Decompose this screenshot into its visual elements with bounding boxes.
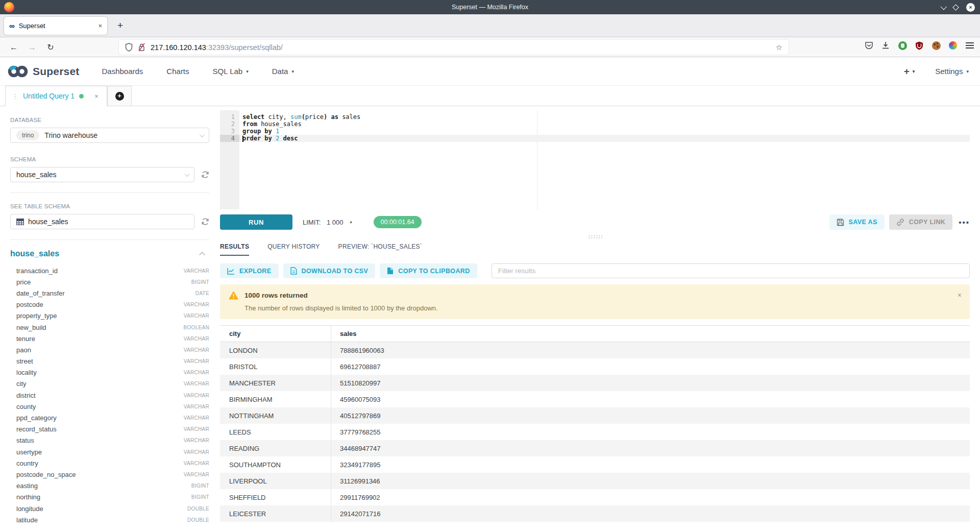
window-close-icon[interactable]: ×	[966, 3, 975, 12]
save-as-button[interactable]: SAVE AS	[829, 214, 885, 230]
table-schema-title[interactable]: house_sales	[10, 249, 59, 258]
forward-button[interactable]: →	[26, 41, 39, 54]
column-name: locality	[16, 369, 37, 376]
run-button[interactable]: RUN	[220, 214, 292, 230]
superset-brand[interactable]: Superset	[7, 64, 79, 79]
schema-column-row[interactable]: locality VARCHAR	[10, 367, 209, 378]
table-row[interactable]: LONDON 788861960063	[220, 342, 970, 358]
new-tab-button[interactable]: +	[117, 20, 123, 31]
collapse-chevron-up-icon[interactable]	[199, 252, 205, 257]
table-row[interactable]: LEEDS 37779768255	[220, 424, 970, 440]
more-actions-button[interactable]: •••	[959, 218, 970, 227]
schema-column-row[interactable]: usertype VARCHAR	[10, 446, 209, 457]
schema-column-row[interactable]: postcode_no_space VARCHAR	[10, 469, 209, 480]
copy-to-clipboard-button[interactable]: COPY TO CLIPBOARD	[380, 263, 477, 278]
schema-column-row[interactable]: easting BIGINT	[10, 480, 209, 492]
new-query-tab-button[interactable]: +	[107, 86, 132, 106]
cell-city: BRISTOL	[220, 358, 331, 375]
editor-code[interactable]: select city, sum(price) as salesfrom hou…	[239, 110, 970, 142]
schema-column-row[interactable]: county VARCHAR	[10, 401, 209, 412]
schema-column-row[interactable]: new_build BOOLEAN	[10, 322, 209, 333]
refresh-table-icon[interactable]	[201, 217, 209, 226]
database-select[interactable]: trino Trino warehouse	[10, 128, 209, 143]
schema-column-row[interactable]: property_type VARCHAR	[10, 310, 209, 322]
alert-close-icon[interactable]: ×	[958, 291, 962, 299]
limit-dropdown[interactable]: LIMIT: 1 000 ▾	[303, 219, 352, 226]
results-table: city sales LONDON 788861960063 BRISTOL 6…	[220, 325, 970, 522]
table-row[interactable]: BRISTOL 69612708887	[220, 358, 970, 375]
shield-permissions-icon[interactable]	[125, 43, 133, 52]
cell-city: SOUTHAMPTON	[220, 456, 331, 473]
sql-editor[interactable]: 1234 select city, sum(price) as salesfro…	[220, 110, 970, 209]
query-tab-close-icon[interactable]: ×	[94, 92, 99, 100]
navbar-item-dashboards[interactable]: Dashboards	[102, 67, 143, 76]
table-row[interactable]: LEICESTER 29142071716	[220, 505, 970, 522]
pane-resize-handle[interactable]	[220, 232, 970, 243]
navbar-item-sql-lab[interactable]: SQL Lab ▾	[213, 67, 249, 76]
results-tab-query-history[interactable]: QUERY HISTORY	[267, 243, 320, 256]
schema-column-row[interactable]: postcode VARCHAR	[10, 299, 209, 310]
drag-handle-icon[interactable]: ⋮	[12, 92, 18, 100]
query-tab-active[interactable]: ⋮ Untitled Query 1 ×	[5, 86, 107, 106]
table-row[interactable]: LIVERPOOL 31126991346	[220, 473, 970, 489]
table-row[interactable]: SHEFFIELD 29911769902	[220, 489, 970, 505]
reload-button[interactable]: ↻	[44, 41, 57, 54]
navbar-item-label: SQL Lab	[213, 67, 243, 76]
schema-column-row[interactable]: ppd_category VARCHAR	[10, 412, 209, 423]
new-item-button[interactable]: + ▾	[904, 66, 915, 77]
schema-column-row[interactable]: street VARCHAR	[10, 356, 209, 367]
cell-sales: 31126991346	[331, 477, 380, 485]
table-row[interactable]: BIRMINGHAM 45960075093	[220, 391, 970, 407]
schema-column-row[interactable]: latitude DOUBLE	[10, 514, 209, 525]
table-row[interactable]: SOUTHAMPTON 32349177895	[220, 456, 970, 473]
schema-label: SCHEMA	[10, 156, 209, 162]
tab-close-icon[interactable]: ×	[98, 22, 102, 30]
schema-column-row[interactable]: northing BIGINT	[10, 492, 209, 503]
table-row[interactable]: NOTTINGHAM 40512797869	[220, 407, 970, 424]
table-row[interactable]: READING 34468947747	[220, 440, 970, 456]
schema-column-row[interactable]: transaction_id VARCHAR	[10, 265, 209, 276]
cookie-extension-icon[interactable]	[931, 40, 941, 51]
table-row[interactable]: MANCHESTER 51510820997	[220, 375, 970, 391]
back-button[interactable]: ←	[7, 41, 20, 54]
browser-tab[interactable]: ∞ Superset ×	[4, 17, 107, 35]
column-header-sales[interactable]: sales	[331, 330, 357, 337]
downloads-icon[interactable]	[880, 40, 891, 51]
column-name: longitude	[16, 505, 43, 513]
schema-column-row[interactable]: paon VARCHAR	[10, 344, 209, 355]
navbar-menu: Dashboards Charts SQL Lab ▾ Data ▾	[102, 67, 293, 76]
green-extension-icon[interactable]	[897, 40, 908, 51]
schema-column-row[interactable]: status VARCHAR	[10, 435, 209, 446]
window-minimize-icon[interactable]	[941, 3, 947, 10]
settings-menu[interactable]: Settings ▾	[935, 67, 969, 76]
download-to-csv-button[interactable]: DOWNLOAD TO CSV	[283, 263, 376, 278]
window-maximize-icon[interactable]	[952, 4, 959, 11]
schema-column-row[interactable]: district VARCHAR	[10, 390, 209, 401]
bookmark-star-icon[interactable]: ☆	[776, 43, 782, 52]
lock-insecure-icon[interactable]	[138, 43, 145, 52]
schema-column-row[interactable]: city VARCHAR	[10, 378, 209, 390]
refresh-schema-icon[interactable]	[201, 171, 209, 179]
pocket-icon[interactable]	[864, 40, 874, 51]
schema-column-row[interactable]: price BIGINT	[10, 276, 209, 287]
results-table-header[interactable]: city sales	[220, 326, 970, 342]
results-tab-results[interactable]: RESULTS	[220, 243, 249, 256]
ublock-origin-icon[interactable]	[914, 40, 924, 51]
schema-column-row[interactable]: country VARCHAR	[10, 457, 209, 469]
schema-column-row[interactable]: tenure VARCHAR	[10, 333, 209, 344]
menu-icon[interactable]	[965, 40, 975, 51]
table-select[interactable]: house_sales	[10, 214, 194, 229]
copy-link-button[interactable]: COPY LINK	[889, 214, 952, 230]
schema-column-row[interactable]: date_of_transfer DATE	[10, 287, 209, 299]
url-bar[interactable]: 217.160.120.143:32393/superset/sqllab/ ☆	[119, 40, 789, 55]
results-tab-preview[interactable]: PREVIEW: `HOUSE_SALES`	[338, 243, 422, 256]
schema-column-row[interactable]: longitude DOUBLE	[10, 503, 209, 514]
schema-select[interactable]: house_sales	[10, 167, 194, 182]
colorful-extension-icon[interactable]	[948, 40, 958, 51]
schema-column-row[interactable]: record_status VARCHAR	[10, 424, 209, 435]
navbar-item-charts[interactable]: Charts	[166, 67, 189, 76]
filter-results-input[interactable]	[492, 263, 970, 278]
navbar-item-data[interactable]: Data ▾	[272, 67, 294, 76]
explore-button[interactable]: EXPLORE	[220, 263, 279, 278]
column-header-city[interactable]: city	[220, 326, 331, 342]
